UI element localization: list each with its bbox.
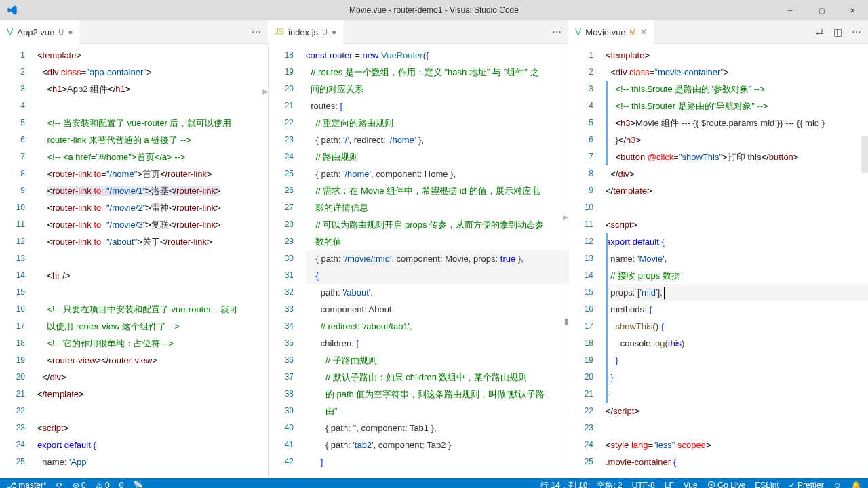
tab-movie[interactable]: V Movie.vue M ✕ [568,20,654,44]
maximize-button[interactable]: ▢ [806,0,837,20]
editor-pane-3[interactable]: 1234567891011121314151617181920212223242… [568,44,868,478]
tab-close-icon[interactable]: ● [332,27,336,37]
eol[interactable]: LF [665,481,674,488]
line-gutter: 1234567891011121314151617181920212223242… [568,44,606,478]
tab-close-icon[interactable]: ✕ [640,27,647,37]
golive-button[interactable]: ⦿ Go Live [707,481,746,488]
status-bar: ⎇ master* ⟳ ⊘ 0 ⚠ 0 0 📡 行 14，列 18 空格: 2 … [0,478,868,488]
warnings-count[interactable]: ⚠ 0 [96,481,110,488]
title-bar: Movie.vue - router-demo1 - Visual Studio… [0,0,868,20]
vscode-icon [5,3,19,17]
code-area[interactable]: <template> <div class="app-container"> <… [37,44,268,478]
tab-status: U [322,28,328,36]
tab-status: U [58,28,64,36]
more-icon[interactable]: ⋯ [552,26,561,37]
tab-label: Movie.vue [585,27,625,37]
tab-close-icon[interactable]: ● [68,27,73,37]
tab-label: index.js [288,27,318,37]
editor-panes: 1234567891011121314151617181920212223242… [0,44,868,478]
more-icon[interactable]: ⋯ [252,26,261,37]
code-area[interactable]: <template> <div class="movie-container">… [606,44,868,478]
tab-app2[interactable]: V App2.vue U ● [0,20,79,44]
split-icon[interactable]: ◫ [833,26,842,37]
minimap-thumb[interactable] [861,136,868,173]
line-gutter: 1819202122232425262728293031323334353637… [269,44,306,478]
editor-pane-2[interactable]: 1819202122232425262728293031323334353637… [268,44,568,478]
vue-icon: V [7,26,13,37]
broadcast-icon[interactable]: 📡 [133,481,143,488]
indentation[interactable]: 空格: 2 [597,480,622,489]
errors-count[interactable]: ⊘ 0 [73,481,86,488]
scrollbar-thumb[interactable] [565,319,568,325]
more-icon[interactable]: ⋯ [852,26,861,37]
notifications-icon[interactable]: 🔔 [851,481,861,488]
close-button[interactable]: ✕ [837,0,868,20]
vue-icon: V [575,26,581,37]
minimize-button[interactable]: ─ [774,0,806,20]
branch-indicator[interactable]: ⎇ master* [7,481,47,488]
eslint-status[interactable]: ESLint [755,481,778,488]
port-indicator[interactable]: 0 [119,481,124,488]
sync-button[interactable]: ⟳ [56,481,63,488]
encoding[interactable]: UTF-8 [632,481,655,488]
tab-indexjs[interactable]: JS index.js U ● [268,20,343,44]
code-area[interactable]: const router = new VueRouter({ // routes… [306,44,568,478]
js-icon: JS [275,27,284,37]
tab-label: App2.vue [17,27,54,37]
language-mode[interactable]: Vue [684,481,698,488]
diff-icon[interactable]: ⇄ [816,26,824,37]
editor-pane-1[interactable]: 1234567891011121314151617181920212223242… [0,44,268,478]
cursor-position[interactable]: 行 14，列 18 [540,480,587,489]
feedback-icon[interactable]: ☺ [833,481,842,488]
tab-status: M [630,28,636,36]
tab-bar: V App2.vue U ● ⋯ ▸ JS index.js U ● ⋯ ▸ V… [0,20,868,44]
line-gutter: 1234567891011121314151617181920212223242… [0,44,37,478]
prettier-status[interactable]: ✓ Prettier [789,481,824,488]
window-title: Movie.vue - router-demo1 - Visual Studio… [349,5,519,15]
